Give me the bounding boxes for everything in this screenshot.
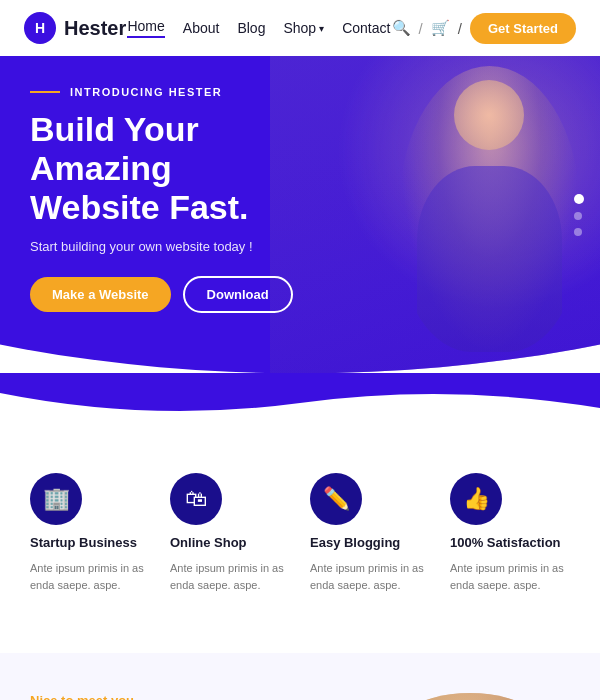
feature-startup-desc: Ante ipsum primis in as enda saepe. aspe… (30, 560, 150, 593)
intro-person-image (370, 693, 570, 700)
download-button[interactable]: Download (183, 276, 293, 313)
intro-content: Nice to meet you Hey, there! My name is … (30, 693, 340, 700)
hero-dot-3[interactable] (574, 228, 582, 236)
feature-startup: 🏢 Startup Business Ante ipsum primis in … (30, 473, 150, 593)
intro-eyebrow: Nice to meet you (30, 693, 340, 700)
feature-satisfaction: 👍 100% Satisfaction Ante ipsum primis in… (450, 473, 570, 593)
feature-shop-title: Online Shop (170, 535, 290, 550)
hero-slider-dots (574, 194, 584, 236)
feature-shop-desc: Ante ipsum primis in as enda saepe. aspe… (170, 560, 290, 593)
hero-title: Build Your Amazing Website Fast. (30, 110, 327, 227)
hero-dot-2[interactable] (574, 212, 582, 220)
brand-name: Hester (64, 17, 126, 40)
features-section: 🏢 Startup Business Ante ipsum primis in … (0, 423, 600, 633)
feature-blog-title: Easy Blogging (310, 535, 430, 550)
intro-image-overlay (370, 693, 570, 700)
feature-shop: 🛍 Online Shop Ante ipsum primis in as en… (170, 473, 290, 593)
cart-icon[interactable]: 🛒 (431, 19, 450, 37)
hero-eyebrow-text: INTRODUCING HESTER (70, 86, 222, 98)
nav-item-home[interactable]: Home (127, 18, 164, 38)
hero-eyebrow-line (30, 91, 60, 93)
feature-satisfaction-desc: Ante ipsum primis in as enda saepe. aspe… (450, 560, 570, 593)
hero-subtitle: Start building your own website today ! (30, 239, 327, 254)
nav-divider: / (458, 20, 462, 37)
logo-icon: H (24, 12, 56, 44)
nav-separator: / (419, 20, 423, 37)
intro-section: Nice to meet you Hey, there! My name is … (0, 653, 600, 700)
feature-startup-title: Startup Business (30, 535, 150, 550)
nav-utilities: 🔍 / 🛒 / Get Started (392, 13, 576, 44)
get-started-button[interactable]: Get Started (470, 13, 576, 44)
nav-item-contact[interactable]: Contact (342, 20, 390, 36)
feature-blog-icon: ✏️ (310, 473, 362, 525)
feature-satisfaction-title: 100% Satisfaction (450, 535, 570, 550)
search-icon[interactable]: 🔍 (392, 19, 411, 37)
logo: H Hester (24, 12, 126, 44)
header: H Hester Home About Blog Shop Contact 🔍 … (0, 0, 600, 56)
hero-content: INTRODUCING HESTER Build Your Amazing We… (30, 86, 327, 313)
feature-startup-icon: 🏢 (30, 473, 82, 525)
hero-section: INTRODUCING HESTER Build Your Amazing We… (0, 56, 600, 373)
nav-item-about[interactable]: About (183, 20, 220, 36)
hero-eyebrow: INTRODUCING HESTER (30, 86, 327, 98)
feature-blog-desc: Ante ipsum primis in as enda saepe. aspe… (310, 560, 430, 593)
make-website-button[interactable]: Make a Website (30, 277, 171, 312)
feature-satisfaction-icon: 👍 (450, 473, 502, 525)
main-nav: Home About Blog Shop Contact (127, 18, 390, 38)
nav-item-shop[interactable]: Shop (283, 20, 324, 36)
feature-shop-icon: 🛍 (170, 473, 222, 525)
nav-item-blog[interactable]: Blog (237, 20, 265, 36)
hero-dot-1[interactable] (574, 194, 584, 204)
feature-blog: ✏️ Easy Blogging Ante ipsum primis in as… (310, 473, 430, 593)
hero-buttons: Make a Website Download (30, 276, 327, 313)
